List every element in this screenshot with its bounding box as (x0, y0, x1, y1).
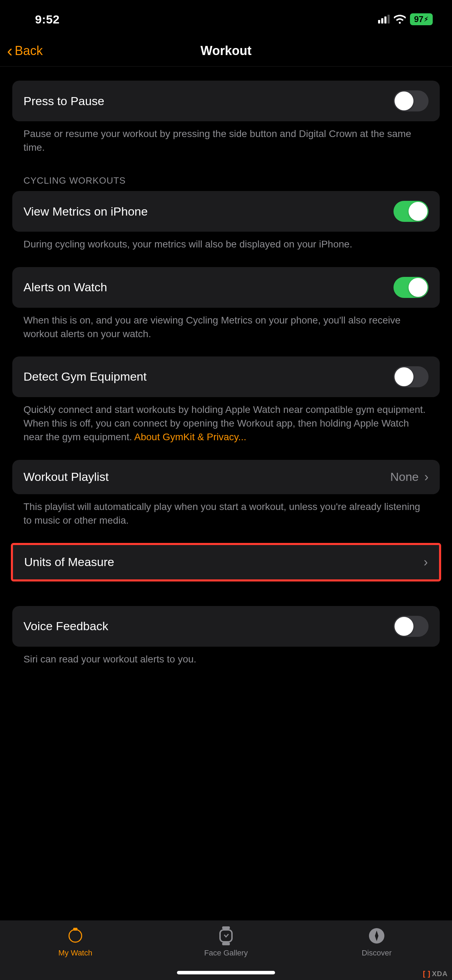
chevron-right-icon: › (423, 555, 428, 570)
cycling-workouts-header: CYCLING WORKOUTS (12, 175, 440, 186)
status-time: 9:52 (35, 13, 60, 26)
voice-feedback-footer: Siri can read your workout alerts to you… (12, 647, 440, 666)
alerts-on-watch-toggle[interactable] (393, 277, 428, 298)
status-indicators: 97⚡︎ (378, 13, 433, 25)
view-metrics-row[interactable]: View Metrics on iPhone (12, 191, 440, 232)
watermark: [ ]XDA (423, 970, 448, 978)
press-to-pause-footer: Pause or resume your workout by pressing… (12, 121, 440, 154)
back-button[interactable]: ‹ Back (7, 42, 43, 59)
view-metrics-label: View Metrics on iPhone (24, 205, 148, 218)
workout-playlist-label: Workout Playlist (24, 470, 108, 484)
view-metrics-footer: During cycling workouts, your metrics wi… (12, 232, 440, 251)
detect-gym-toggle[interactable] (393, 366, 428, 387)
back-label: Back (15, 43, 43, 58)
tab-face-gallery[interactable]: Face Gallery (151, 926, 301, 958)
units-of-measure-row[interactable]: Units of Measure › (13, 545, 439, 579)
alerts-on-watch-footer: When this is on, and you are viewing Cyc… (12, 308, 440, 341)
detect-gym-row[interactable]: Detect Gym Equipment (12, 356, 440, 397)
voice-feedback-label: Voice Feedback (24, 619, 108, 633)
workout-playlist-value: None (390, 470, 419, 484)
press-to-pause-row[interactable]: Press to Pause (12, 81, 440, 121)
battery-indicator: 97⚡︎ (410, 13, 433, 25)
units-of-measure-highlight: Units of Measure › (11, 543, 441, 581)
workout-playlist-footer: This playlist will automatically play wh… (12, 494, 440, 527)
watch-icon (65, 926, 85, 946)
home-indicator[interactable] (177, 971, 275, 974)
tab-face-gallery-label: Face Gallery (204, 948, 248, 958)
workout-playlist-row[interactable]: Workout Playlist None › (12, 460, 440, 494)
tab-my-watch-label: My Watch (59, 948, 92, 958)
detect-gym-label: Detect Gym Equipment (24, 370, 146, 383)
svg-rect-2 (222, 926, 230, 929)
voice-feedback-toggle[interactable] (393, 616, 428, 637)
battery-percent: 97 (414, 14, 423, 24)
view-metrics-toggle[interactable] (393, 201, 428, 222)
face-gallery-icon (216, 926, 236, 946)
wifi-icon (394, 15, 406, 24)
gymkit-privacy-link[interactable]: About GymKit & Privacy... (134, 431, 246, 442)
chevron-left-icon: ‹ (7, 42, 13, 59)
status-bar: 9:52 97⚡︎ (0, 0, 452, 35)
charging-bolt-icon: ⚡︎ (424, 16, 428, 23)
chevron-right-icon: › (424, 470, 428, 484)
alerts-on-watch-row[interactable]: Alerts on Watch (12, 267, 440, 308)
svg-rect-1 (73, 928, 78, 931)
cellular-signal-icon (378, 15, 390, 24)
press-to-pause-label: Press to Pause (24, 94, 104, 108)
alerts-on-watch-label: Alerts on Watch (24, 280, 107, 294)
svg-rect-4 (222, 942, 230, 945)
units-of-measure-label: Units of Measure (24, 555, 114, 569)
detect-gym-footer: Quickly connect and start workouts by ho… (12, 397, 440, 444)
content-scroll[interactable]: Press to Pause Pause or resume your work… (0, 67, 452, 666)
page-title: Workout (201, 43, 251, 58)
tab-discover[interactable]: Discover (302, 926, 451, 958)
navigation-header: ‹ Back Workout (0, 35, 452, 67)
compass-icon (367, 926, 387, 946)
tab-my-watch[interactable]: My Watch (1, 926, 150, 958)
svg-point-0 (69, 929, 82, 942)
voice-feedback-row[interactable]: Voice Feedback (12, 606, 440, 647)
press-to-pause-toggle[interactable] (393, 91, 428, 111)
svg-rect-3 (220, 930, 232, 942)
tab-discover-label: Discover (361, 948, 392, 958)
